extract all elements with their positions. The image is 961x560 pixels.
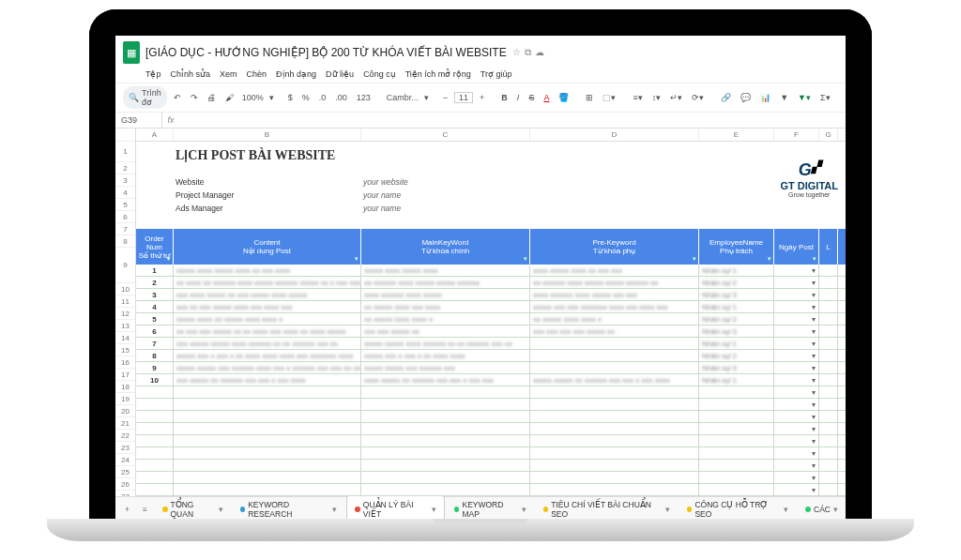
zoom-select[interactable]: 100% xyxy=(240,92,266,103)
col-header[interactable]: D xyxy=(530,129,699,141)
undo-button[interactable]: ↶ xyxy=(171,91,184,104)
row-header[interactable]: 21 xyxy=(115,417,135,430)
italic-button[interactable]: I xyxy=(514,91,523,104)
strike-button[interactable]: S xyxy=(526,91,537,104)
table-row[interactable]: ▾ xyxy=(136,423,846,435)
rotate-button[interactable]: ⟳▾ xyxy=(689,91,707,104)
spreadsheet-grid[interactable]: 1 2 3 4 5 6 7 8 9 10 11 12 13 14 15 16 1… xyxy=(115,129,846,496)
menu-view[interactable]: Xem xyxy=(220,69,237,79)
filter-icon[interactable]: ▾ xyxy=(813,255,816,263)
menu-insert[interactable]: Chèn xyxy=(247,69,267,79)
percent-button[interactable]: % xyxy=(299,91,313,104)
table-row[interactable]: ▾ xyxy=(136,386,846,399)
row-header[interactable]: 18 xyxy=(115,381,135,393)
row-header[interactable]: 6 xyxy=(115,211,135,223)
add-sheet-button[interactable]: + xyxy=(119,503,135,516)
bold-button[interactable]: B xyxy=(498,91,511,104)
row-header[interactable]: 17 xyxy=(115,369,135,381)
table-row[interactable]: 3xxx xxxx xxxxx xx xxx xxxxx xxxx xxxxxx… xyxy=(136,289,846,301)
wrap-button[interactable]: ↵▾ xyxy=(667,91,685,104)
col-header[interactable]: E xyxy=(699,129,774,141)
row-header[interactable]: 23 xyxy=(115,442,135,454)
row-header[interactable]: 16 xyxy=(115,356,135,369)
row-header[interactable]: 11 xyxy=(115,295,135,308)
all-sheets-button[interactable]: ≡ xyxy=(137,503,153,516)
decrease-decimal-button[interactable]: .0 xyxy=(316,91,329,104)
row-header[interactable]: 19 xyxy=(115,393,135,405)
row-header[interactable]: 12 xyxy=(115,308,135,320)
row-header[interactable]: 27 xyxy=(115,491,135,496)
chart-button[interactable]: 📊 xyxy=(757,91,773,104)
filter-button[interactable]: ▼ xyxy=(777,91,791,104)
fill-color-button[interactable]: 🪣 xyxy=(556,91,572,104)
formula-input[interactable] xyxy=(179,113,846,128)
text-color-button[interactable]: A xyxy=(541,91,552,104)
col-header[interactable]: G xyxy=(819,129,838,141)
folder-icon[interactable]: ⧉ xyxy=(525,47,531,58)
table-row[interactable]: ▾ xyxy=(136,484,846,496)
table-row[interactable]: ▾ xyxy=(136,399,846,411)
table-row[interactable]: 5xxxxx xxxx xx xxxxx xxxx xxxx xxx xxxxx… xyxy=(136,313,846,325)
sheets-logo-icon[interactable]: ▦ xyxy=(123,41,140,64)
sheet-tab[interactable]: CÔNG CỤ HỖ TRỢ SEO▾ xyxy=(679,495,796,521)
star-icon[interactable]: ☆ xyxy=(512,47,521,58)
row-header[interactable]: 1 xyxy=(115,142,135,162)
paint-format-button[interactable]: 🖌 xyxy=(222,91,236,104)
row-header[interactable]: 25 xyxy=(115,466,135,478)
menu-help[interactable]: Trợ giúp xyxy=(480,69,512,79)
menu-data[interactable]: Dữ liệu xyxy=(326,69,354,79)
increase-decimal-button[interactable]: .00 xyxy=(332,91,350,104)
sheet-tab[interactable]: TỔNG QUAN▾ xyxy=(155,495,231,521)
currency-button[interactable]: $ xyxy=(285,91,296,104)
row-header[interactable]: 26 xyxy=(115,478,135,491)
functions-button[interactable]: Σ▾ xyxy=(817,91,833,104)
row-header[interactable]: 4 xyxy=(115,187,135,199)
link-button[interactable]: 🔗 xyxy=(718,91,734,104)
row-header[interactable]: 5 xyxy=(115,199,135,211)
table-row[interactable]: ▾ xyxy=(136,411,846,423)
menu-edit[interactable]: Chỉnh sửa xyxy=(171,69,211,79)
comment-button[interactable]: 💬 xyxy=(738,91,754,104)
table-row[interactable]: 2xx xxxx xx xxxxxx xxxx xxxxx xxxxxx xxx… xyxy=(136,277,846,289)
font-size-input[interactable]: 11 xyxy=(454,92,473,103)
sheet-tab[interactable]: TIÊU CHÍ VIẾT BÀI CHUẨN SEO▾ xyxy=(536,495,678,521)
halign-button[interactable]: ≡▾ xyxy=(630,91,645,104)
table-row[interactable]: 7xxx xxxxx xxxxx xxxx xxxxxx xx xx xxxxx… xyxy=(136,338,846,350)
font-select[interactable]: Cambr... xyxy=(385,92,420,103)
filter-icon[interactable]: ▾ xyxy=(524,255,527,263)
size-plus-button[interactable]: + xyxy=(477,91,487,104)
table-row[interactable]: ▾ xyxy=(136,472,846,484)
row-header[interactable]: 8 xyxy=(115,235,135,248)
row-header[interactable]: 24 xyxy=(115,454,135,466)
col-header[interactable]: F xyxy=(774,129,819,141)
table-row[interactable]: ▾ xyxy=(136,435,846,447)
more-formats-button[interactable]: 123 xyxy=(354,91,374,104)
row-header[interactable]: 2 xyxy=(115,162,135,174)
filter-icon[interactable]: ▾ xyxy=(355,255,358,263)
menu-extensions[interactable]: Tiện ích mở rộng xyxy=(405,69,471,79)
menu-file[interactable]: Tệp xyxy=(145,69,161,79)
name-box[interactable]: G39 xyxy=(115,113,162,128)
sheet-tab[interactable]: KEYWORD MAP▾ xyxy=(447,495,534,521)
sheet-tab[interactable]: CÁC▾ xyxy=(798,495,846,521)
row-header[interactable]: 22 xyxy=(115,430,135,442)
table-row[interactable]: 10xxx xxxxx xx xxxxxx xxx xxx x xxx xxxx… xyxy=(136,374,846,386)
print-button[interactable]: 🖨 xyxy=(205,91,219,104)
menu-tools[interactable]: Công cụ xyxy=(363,69,396,79)
valign-button[interactable]: ↕▾ xyxy=(649,91,664,104)
row-header[interactable]: 20 xyxy=(115,405,135,417)
table-row[interactable]: 8xxxxx xxx x xxx x xx xxxx xxxx xxxx xxx… xyxy=(136,350,846,362)
col-header[interactable]: A xyxy=(136,129,174,141)
table-row[interactable]: ▾ xyxy=(136,447,846,460)
menu-format[interactable]: Định dạng xyxy=(276,69,316,79)
table-row[interactable]: 1xxxxx xxxx xxxxx xxxx xx xxx xxxxxxxxx … xyxy=(136,265,846,277)
table-row[interactable]: 9xxxxx xxxxx xxx xxxxxx xxxx xxx x xxxxx… xyxy=(136,362,846,374)
doc-title[interactable]: [GIÁO DỤC - HƯỚNG NGHIỆP] BỘ 200 TỪ KHÓA… xyxy=(145,46,507,59)
col-header[interactable]: C xyxy=(361,129,530,141)
row-header[interactable]: 10 xyxy=(115,283,135,295)
menu-search[interactable]: 🔍 Trình đơ xyxy=(123,86,167,109)
cloud-icon[interactable]: ☁ xyxy=(535,47,544,58)
col-header[interactable]: B xyxy=(174,129,361,141)
collapse-toolbar-button[interactable]: ⌃ xyxy=(845,91,858,104)
redo-button[interactable]: ↷ xyxy=(188,91,201,104)
